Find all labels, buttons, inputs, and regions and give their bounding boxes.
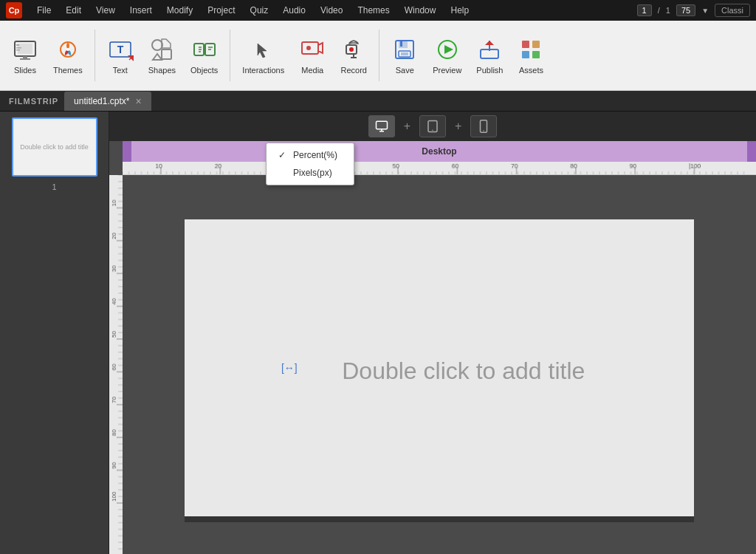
toolbar-slides[interactable]: Slides	[6, 26, 44, 85]
menu-item-percent-label: Percent(%)	[293, 150, 337, 160]
menu-insert[interactable]: Insert	[127, 4, 155, 17]
device-desktop-btn[interactable]	[368, 115, 395, 137]
svg-marker-40	[485, 41, 494, 45]
save-label: Save	[396, 66, 414, 75]
desktop-handle-left[interactable]	[123, 141, 131, 162]
toolbar-publish[interactable]: Publish	[470, 26, 509, 85]
text-label: Text	[113, 66, 128, 75]
svg-point-51	[484, 130, 485, 131]
main-layout: Double click to add title 1 + + Desktop	[0, 112, 756, 554]
objects-label: Objects	[190, 66, 218, 75]
themes-icon	[55, 36, 81, 63]
tab-close-button[interactable]: ×	[135, 95, 141, 107]
zoom-dropdown-icon[interactable]: ▼	[701, 7, 709, 15]
publish-icon	[476, 36, 503, 63]
slide-title-placeholder[interactable]: Double click to add title	[342, 358, 585, 385]
toolbar-themes[interactable]: Themes	[47, 26, 89, 85]
sep-1	[94, 30, 95, 81]
menu-file[interactable]: File	[34, 4, 54, 17]
canvas-viewport[interactable]: Double click to add title [↔]	[123, 175, 756, 554]
svg-marker-15	[153, 54, 162, 60]
slide-bottom-bar	[185, 516, 694, 522]
menu-video[interactable]: Video	[317, 4, 346, 17]
svg-point-13	[152, 40, 162, 50]
toolbar-shapes[interactable]: Shapes	[142, 26, 182, 85]
svg-rect-35	[401, 52, 408, 55]
menu-project[interactable]: Project	[205, 4, 238, 17]
slide-thumb-content: Double click to add title	[17, 140, 92, 154]
toolbar-assets[interactable]: Assets	[512, 26, 550, 85]
toolbar-objects[interactable]: Objects	[185, 26, 224, 85]
svg-rect-45	[376, 121, 387, 129]
desktop-handle-right[interactable]	[747, 141, 756, 162]
menu-item-percent[interactable]: ✓ Percent(%)	[267, 146, 354, 164]
svg-rect-6	[16, 49, 20, 51]
shapes-label: Shapes	[148, 66, 176, 75]
menu-window[interactable]: Window	[402, 4, 439, 17]
svg-marker-16	[162, 39, 171, 48]
device-tablet-btn[interactable]	[419, 115, 446, 137]
app-logo: Cp	[6, 2, 22, 18]
interactions-label: Interactions	[242, 66, 284, 75]
zoom-control[interactable]: 75	[676, 4, 695, 16]
menu-modify[interactable]: Modify	[164, 4, 196, 17]
menu-help[interactable]: Help	[447, 4, 472, 17]
ruler-vertical	[109, 175, 123, 554]
canvas-area: + + Desktop	[109, 112, 756, 554]
svg-point-28	[349, 47, 354, 52]
svg-rect-1	[18, 44, 32, 54]
menu-item-pixels[interactable]: Pixels(px)	[267, 164, 354, 182]
tab-name: untitled1.cptx*	[74, 96, 129, 106]
sep-3	[379, 30, 379, 81]
device-bar: + +	[109, 112, 756, 141]
record-icon	[340, 36, 367, 63]
toolbar-preview[interactable]: Preview	[427, 26, 467, 85]
filmstrip-panel: Double click to add title 1	[0, 112, 109, 554]
toolbar-media[interactable]: Media	[293, 26, 331, 85]
menu-audio[interactable]: Audio	[280, 4, 309, 17]
checkmark-percent: ✓	[278, 150, 289, 160]
menu-bar: File Edit View Insert Modify Project Qui…	[34, 4, 472, 17]
tabs-row: FILMSTRIP untitled1.cptx* ×	[0, 91, 756, 112]
menu-view[interactable]: View	[93, 4, 118, 17]
menu-quiz[interactable]: Quiz	[247, 4, 272, 17]
add-device-right[interactable]: +	[452, 120, 464, 133]
page-number-input[interactable]: 1	[637, 4, 652, 16]
menu-themes[interactable]: Themes	[354, 4, 392, 17]
publish-label: Publish	[476, 66, 503, 75]
filmstrip-label: FILMSTRIP	[3, 97, 64, 106]
assets-icon	[518, 36, 544, 63]
assets-label: Assets	[519, 66, 543, 75]
slide-canvas[interactable]: Double click to add title [↔]	[185, 219, 694, 522]
page-separator: /	[658, 6, 660, 15]
add-device-left[interactable]: +	[401, 120, 413, 133]
slide-number-1: 1	[52, 182, 56, 191]
slide-thumb-1[interactable]: Double click to add title	[12, 117, 97, 177]
toolbar: Slides Themes T Text	[0, 21, 756, 91]
toolbar-interactions[interactable]: Interactions	[236, 26, 290, 85]
svg-point-8	[66, 48, 69, 51]
svg-marker-37	[444, 45, 453, 54]
preview-label: Preview	[433, 66, 461, 75]
slides-label: Slides	[14, 66, 36, 75]
device-mobile-btn[interactable]	[470, 115, 497, 137]
dropdown-menu: ✓ Percent(%) Pixels(px)	[266, 143, 354, 185]
svg-rect-41	[522, 41, 529, 48]
page-total: 1	[666, 6, 670, 15]
active-tab[interactable]: untitled1.cptx* ×	[64, 92, 151, 111]
toolbar-save[interactable]: Save	[385, 26, 424, 85]
classic-badge: Classi	[715, 4, 750, 17]
svg-rect-33	[400, 41, 402, 47]
objects-icon	[191, 36, 218, 63]
svg-rect-44	[532, 51, 540, 58]
svg-marker-25	[318, 43, 323, 53]
menu-edit[interactable]: Edit	[63, 4, 84, 17]
shapes-icon	[148, 36, 175, 63]
text-icon: T	[107, 36, 134, 63]
svg-point-26	[306, 46, 311, 50]
toolbar-text[interactable]: T Text	[101, 26, 140, 85]
svg-point-49	[432, 130, 433, 131]
toolbar-record[interactable]: Record	[334, 26, 373, 85]
ruler-v-container: Double click to add title [↔]	[109, 175, 756, 554]
sep-2	[230, 30, 230, 81]
